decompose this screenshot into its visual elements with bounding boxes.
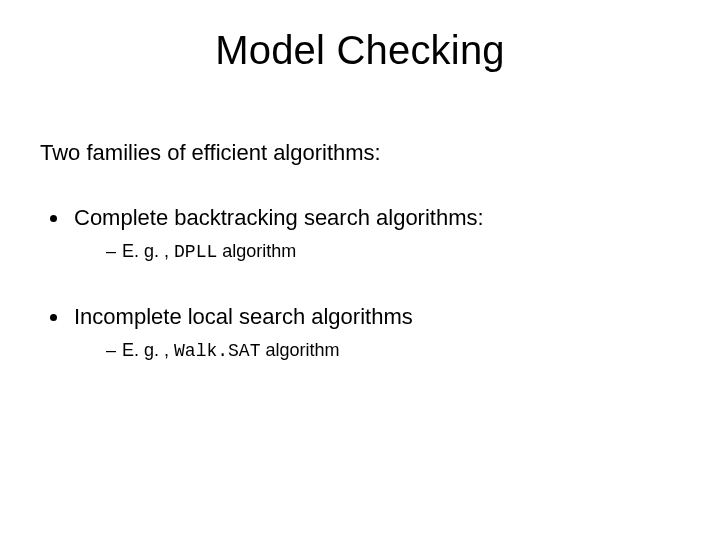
sub-item: E. g. , DPLL algorithm	[106, 241, 680, 263]
sub-mono: Walk.SAT	[174, 341, 260, 361]
slide-body: Two families of efficient algorithms: Co…	[40, 140, 680, 403]
sub-prefix: E. g. ,	[122, 340, 174, 360]
bullet-text: Incomplete local search algorithms	[70, 304, 413, 329]
sub-list: E. g. , Walk.SAT algorithm	[70, 340, 680, 362]
bullet-item: Incomplete local search algorithms E. g.…	[70, 304, 680, 361]
bullet-item: Complete backtracking search algorithms:…	[70, 205, 680, 262]
bullet-text: Complete backtracking search algorithms:	[70, 205, 484, 230]
bullet-list: Complete backtracking search algorithms:…	[40, 205, 680, 361]
sub-item: E. g. , Walk.SAT algorithm	[106, 340, 680, 362]
intro-text: Two families of efficient algorithms:	[40, 140, 680, 165]
sub-mono: DPLL	[174, 242, 217, 262]
slide-title: Model Checking	[0, 28, 720, 73]
sub-suffix: algorithm	[260, 340, 339, 360]
sub-suffix: algorithm	[217, 241, 296, 261]
sub-prefix: E. g. ,	[122, 241, 174, 261]
slide: Model Checking Two families of efficient…	[0, 0, 720, 540]
sub-list: E. g. , DPLL algorithm	[70, 241, 680, 263]
